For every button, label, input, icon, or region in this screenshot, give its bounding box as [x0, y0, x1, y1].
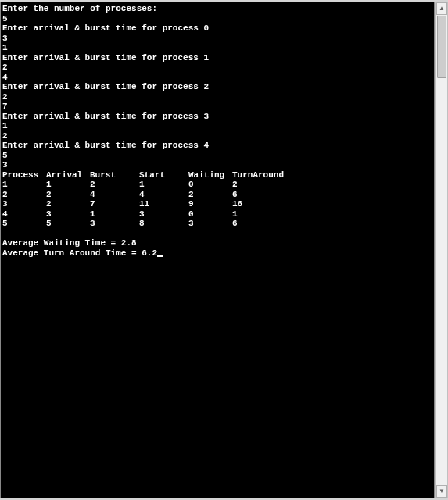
td: 4	[90, 190, 139, 200]
th-start: Start	[139, 170, 188, 180]
scroll-thumb[interactable]	[437, 16, 446, 78]
td: 7	[90, 199, 139, 209]
td: 6	[232, 190, 238, 199]
td: 8	[139, 219, 188, 229]
td: 0	[188, 209, 232, 220]
prompt-p1: Enter arrival & burst time for process 1	[2, 53, 209, 62]
input-p2-burst: 7	[2, 102, 8, 111]
td: 1	[90, 209, 139, 220]
input-p2-arrival: 2	[2, 92, 8, 102]
td: 9	[188, 199, 232, 209]
td: 2	[46, 199, 90, 209]
input-p0-arrival: 3	[2, 34, 8, 43]
td: 1	[46, 180, 90, 190]
th-waiting: Waiting	[188, 170, 232, 180]
td: 4	[139, 190, 188, 200]
vertical-scrollbar[interactable]: ▲ ▼	[435, 2, 448, 498]
scroll-down-button[interactable]: ▼	[436, 485, 447, 498]
input-p1-arrival: 2	[2, 62, 8, 72]
input-p3-arrival: 1	[2, 121, 8, 130]
th-turnaround: TurnAround	[232, 170, 284, 180]
avg-turnaround-time: Average Turn Around Time = 6.2	[2, 248, 157, 258]
td: 3	[90, 219, 139, 229]
input-p1-burst: 4	[2, 73, 8, 82]
td: 16	[232, 199, 242, 209]
scroll-up-button[interactable]: ▲	[436, 2, 447, 15]
td: 4	[2, 209, 46, 220]
th-process: Process	[2, 170, 46, 180]
prompt-p4: Enter arrival & burst time for process 4	[2, 141, 209, 150]
td: 3	[188, 219, 232, 229]
td: 2	[2, 190, 46, 200]
td: 2	[188, 190, 232, 200]
terminal-window: Enter the number of processes: 5 Enter a…	[0, 2, 435, 498]
avg-waiting-time: Average Waiting Time = 2.8	[2, 238, 137, 248]
input-p0-burst: 1	[2, 43, 8, 52]
td: 5	[46, 219, 90, 229]
input-p4-burst: 3	[2, 160, 8, 170]
td: 2	[90, 180, 139, 190]
td: 1	[232, 209, 238, 219]
terminal-output: Enter the number of processes: 5 Enter a…	[1, 2, 434, 498]
td: 5	[2, 219, 46, 229]
td: 3	[46, 209, 90, 220]
input-p3-burst: 2	[2, 131, 8, 141]
prompt-p3: Enter arrival & burst time for process 3	[2, 112, 209, 121]
td: 1	[2, 180, 46, 190]
cursor-icon	[157, 255, 163, 257]
prompt-p2: Enter arrival & burst time for process 2	[2, 82, 209, 91]
prompt-num-processes: Enter the number of processes:	[2, 4, 157, 13]
input-p4-arrival: 5	[2, 151, 8, 160]
prompt-p0: Enter arrival & burst time for process 0	[2, 23, 209, 33]
th-burst: Burst	[90, 170, 139, 180]
td: 3	[2, 199, 46, 209]
td: 6	[232, 219, 238, 228]
td: 2	[46, 190, 90, 200]
td: 3	[139, 209, 188, 220]
input-num-processes: 5	[2, 14, 8, 23]
td: 11	[139, 199, 188, 209]
th-arrival: Arrival	[46, 170, 90, 180]
td: 0	[188, 180, 232, 190]
td: 2	[232, 180, 238, 189]
td: 1	[139, 180, 188, 190]
